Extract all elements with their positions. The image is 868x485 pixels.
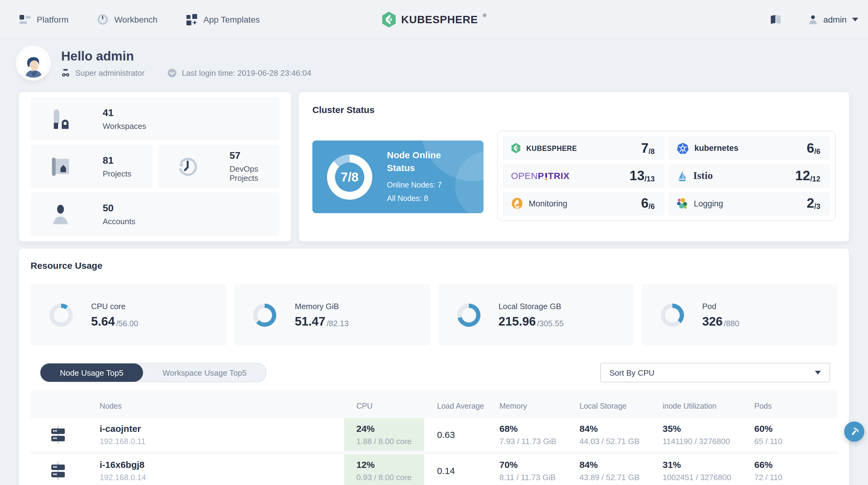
greeting-block: Hello admin Super administrator Last log… xyxy=(61,49,311,77)
cpu-donut xyxy=(50,303,73,326)
gauge-cpu: CPU core 5.64/56.00 xyxy=(31,284,226,346)
component-count: 6/6 xyxy=(641,196,655,212)
component-logo: Monitoring xyxy=(511,198,567,210)
openpitrix-exclamation xyxy=(545,172,547,181)
last-login-group: Last login time: 2019-06-28 23:46:04 xyxy=(168,68,311,77)
resource-gauges: CPU core 5.64/56.00 Memory GiB 51.47/82.… xyxy=(31,284,837,346)
cluster-components-grid: KUBESPHERE 7/8 kubernetes 6/6 xyxy=(497,131,836,221)
brand-wordmark: KUBESPHERE xyxy=(401,11,478,27)
registered-mark: ® xyxy=(483,12,487,19)
storage-percent: 84% xyxy=(580,423,662,434)
role-badge-icon xyxy=(61,68,70,77)
user-icon xyxy=(808,14,818,24)
user-meta: Super administrator Last login time: 201… xyxy=(61,68,311,77)
workspaces-icon xyxy=(50,108,71,129)
pods-detail: 72 / 110 xyxy=(754,473,837,482)
node-name: i-16x6bgj8 xyxy=(100,459,146,470)
stat-row: 81 Projects 57 DevOps Projects xyxy=(31,145,279,188)
column-header-cpu: CPU xyxy=(344,402,424,411)
component-name: kubernetes xyxy=(694,143,738,153)
stat-label: Projects xyxy=(103,169,131,178)
nav-item-app-templates[interactable]: App Templates xyxy=(186,13,260,25)
node-online-status-panel: 7/8 Node Online Status Online Nodes: 7 A… xyxy=(312,140,484,213)
gauge-label: Pod xyxy=(702,301,739,311)
cluster-body: 7/8 Node Online Status Online Nodes: 7 A… xyxy=(312,131,836,221)
gauge-label: Local Storage GB xyxy=(498,301,564,311)
component-openpitrix: OPENPTRIX 13/13 xyxy=(502,164,664,188)
node-online-counts: Online Nodes: 7 All Nodes: 8 xyxy=(387,179,442,205)
stat-tile-projects[interactable]: 81 Projects xyxy=(31,145,153,188)
column-header-pods: Pods xyxy=(754,402,837,411)
memory-detail: 7.93 / 11.73 GiB xyxy=(499,437,580,446)
tab-workspace-usage-top5[interactable]: Workspace Usage Top5 xyxy=(143,363,266,382)
cpu-detail: 0.93 / 8.00 core xyxy=(356,473,424,482)
sort-by-select[interactable]: Sort By CPU xyxy=(600,363,830,382)
pod-donut xyxy=(661,303,684,326)
local-storage-cell: 84% 44.03 / 52.71 GB xyxy=(580,418,662,451)
gauge-value: 215.96/305.55 xyxy=(498,314,564,328)
gauge-text: Local Storage GB 215.96/305.55 xyxy=(498,301,564,328)
select-caret-icon xyxy=(815,371,821,375)
stat-label: Workspaces xyxy=(103,121,146,130)
logging-icon xyxy=(677,198,688,210)
node-ip: 192.168.0.14 xyxy=(100,473,146,482)
nav-item-label: App Templates xyxy=(203,14,260,24)
greeting-banner: Hello admin Super administrator Last log… xyxy=(0,39,868,86)
role-label: Super administrator xyxy=(75,68,145,77)
gauge-text: Pod 326/880 xyxy=(702,301,739,328)
gauge-value: 5.64/56.00 xyxy=(91,314,138,328)
table-row-node-2[interactable]: i-16x6bgj8 192.168.0.14 12% 0.93 / 8.00 … xyxy=(31,454,837,485)
node-ip: 192.168.0.11 xyxy=(100,437,146,446)
user-menu[interactable]: admin xyxy=(808,14,858,24)
stat-label: DevOps Projects xyxy=(229,164,279,183)
nav-item-platform[interactable]: Platform xyxy=(19,13,68,25)
cluster-status-title: Cluster Status xyxy=(312,104,836,115)
stat-tile-accounts[interactable]: 50 Accounts xyxy=(31,192,279,236)
column-header-nodes: Nodes xyxy=(31,402,344,411)
quick-tools-button[interactable] xyxy=(844,421,864,442)
kubesphere-logo[interactable]: KUBESPHERE ® xyxy=(382,11,487,27)
node-cell: i-16x6bgj8 192.168.0.14 xyxy=(31,454,344,485)
kubesphere-logo-icon xyxy=(382,11,396,27)
gauge-label: CPU core xyxy=(91,301,138,311)
component-kubernetes: kubernetes 6/6 xyxy=(668,136,830,160)
component-kubesphere: KUBESPHERE 7/8 xyxy=(502,136,664,160)
inode-detail: 1002451 / 3276800 xyxy=(662,473,754,482)
kubernetes-icon xyxy=(677,142,689,154)
projects-icon xyxy=(50,156,71,177)
gauge-text: CPU core 5.64/56.00 xyxy=(91,301,138,328)
component-name: KUBESPHERE xyxy=(526,144,577,152)
component-count: 2/3 xyxy=(807,196,820,212)
istio-icon xyxy=(677,170,688,182)
hammer-icon xyxy=(849,426,860,437)
column-header-inode-utilization: inode Utilization xyxy=(662,402,754,411)
stat-tile-devops-projects[interactable]: 57 DevOps Projects xyxy=(157,145,279,188)
tab-node-usage-top5[interactable]: Node Usage Top5 xyxy=(40,363,143,382)
stat-text: 41 Workspaces xyxy=(103,107,146,130)
gauge-local-storage: Local Storage GB 215.96/305.55 xyxy=(438,284,634,346)
memory-detail: 8.11 / 11.73 GiB xyxy=(499,473,580,482)
storage-detail: 44.03 / 52.71 GB xyxy=(580,437,662,446)
gauge-value: 51.47/82.13 xyxy=(295,314,349,328)
devops-history-icon xyxy=(177,156,198,177)
component-logo: Istio xyxy=(677,170,713,182)
stat-text: 81 Projects xyxy=(103,155,131,178)
component-monitoring: Monitoring 6/6 xyxy=(502,192,664,216)
cluster-status-card: Cluster Status 7/8 Node Online Status On… xyxy=(299,92,849,241)
docs-book-icon[interactable] xyxy=(769,13,782,25)
pods-cell: 66% 72 / 110 xyxy=(754,454,837,485)
inode-percent: 35% xyxy=(662,423,754,434)
storage-detail: 43.89 / 52.71 GB xyxy=(580,473,662,482)
component-name: Monitoring xyxy=(529,199,567,208)
component-count: 12/12 xyxy=(795,168,820,184)
column-header-local-storage: Local Storage xyxy=(580,402,662,411)
node-usage-table: Nodes CPU Load Average Memory Local Stor… xyxy=(31,390,837,485)
stat-tile-workspaces[interactable]: 41 Workspaces xyxy=(31,97,279,140)
inode-percent: 31% xyxy=(662,459,754,470)
usage-tabs: Node Usage Top5 Workspace Usage Top5 xyxy=(40,363,267,382)
component-logo: kubernetes xyxy=(677,142,738,154)
nav-item-workbench[interactable]: Workbench xyxy=(97,13,157,25)
all-nodes-count: All Nodes: 8 xyxy=(387,192,442,205)
kubesphere-logo-icon xyxy=(511,143,521,153)
table-row-node-1[interactable]: i-caojnter 192.168.0.11 24% 1.88 / 8.00 … xyxy=(31,418,837,451)
